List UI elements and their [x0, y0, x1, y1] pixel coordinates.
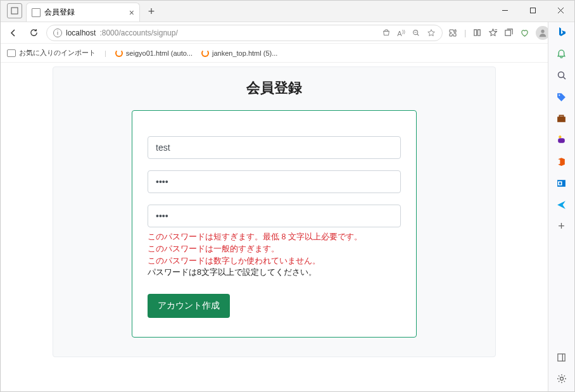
address-bar: i localhost:8000/accounts/signup/ A)) |	[1, 22, 574, 44]
maximize-button[interactable]	[519, 1, 547, 19]
svg-rect-10	[505, 30, 510, 35]
extensions-icon[interactable]	[448, 28, 458, 38]
url-host: localhost	[66, 28, 96, 37]
help-text: パスワードは8文字以上で設定してください。	[148, 267, 401, 279]
bookmark-label: janken_top.html (5)...	[212, 49, 277, 57]
svg-point-12	[558, 72, 564, 78]
zoom-icon[interactable]	[412, 28, 420, 37]
url-actions: A))	[382, 28, 436, 37]
outlook-icon[interactable]	[555, 177, 568, 189]
edge-sidebar: +	[548, 22, 574, 391]
new-tab-button[interactable]: +	[142, 3, 160, 20]
loading-icon	[201, 49, 209, 57]
signup-panel: 会員登録 このパスワードは短すぎます。最低 8 文字以上必要です。 このパスワー…	[53, 66, 496, 357]
password2-input[interactable]	[148, 205, 401, 227]
svg-line-13	[563, 77, 566, 80]
error-msg-2: このパスワードは数字しか使われていません。	[148, 255, 401, 267]
tab-list-button[interactable]	[7, 3, 22, 18]
site-info-icon[interactable]: i	[53, 28, 62, 37]
refresh-button[interactable]	[26, 25, 41, 41]
bookmark-item-0[interactable]: seigyo01.html (auto...	[115, 49, 193, 57]
password1-input[interactable]	[148, 170, 401, 193]
collections-icon[interactable]	[504, 28, 514, 37]
svg-point-21	[559, 182, 561, 184]
back-button[interactable]	[6, 25, 21, 41]
bookmark-item-1[interactable]: janken_top.html (5)...	[201, 49, 277, 57]
svg-rect-22	[558, 353, 565, 360]
send-icon[interactable]	[555, 198, 568, 211]
bell-icon[interactable]	[555, 47, 568, 60]
bing-icon[interactable]	[555, 26, 568, 39]
bookmark-label: seigyo01.html (auto...	[126, 49, 193, 57]
username-input[interactable]	[148, 136, 401, 159]
close-window-button[interactable]	[547, 1, 574, 19]
svg-point-11	[541, 29, 545, 32]
svg-rect-17	[558, 138, 565, 142]
shopping-icon[interactable]	[382, 28, 391, 37]
tab-title: 会員登録	[44, 7, 75, 18]
import-label: お気に入りのインポート	[19, 48, 96, 58]
health-icon[interactable]	[520, 28, 529, 37]
svg-line-6	[417, 34, 419, 35]
add-icon[interactable]: +	[555, 220, 568, 232]
page-title: 会員登録	[53, 67, 495, 110]
page-viewport: 会員登録 このパスワードは短すぎます。最低 8 文字以上必要です。 このパスワー…	[1, 63, 548, 391]
search-icon[interactable]	[555, 69, 568, 82]
games-icon[interactable]	[555, 134, 568, 146]
svg-point-14	[559, 94, 560, 96]
read-aloud-icon[interactable]: A))	[397, 28, 405, 37]
import-icon	[7, 49, 16, 57]
svg-rect-16	[559, 115, 563, 117]
bookmarks-bar: お気に入りのインポート | seigyo01.html (auto... jan…	[1, 44, 574, 63]
svg-point-18	[559, 136, 561, 138]
window-controls	[491, 1, 574, 19]
svg-point-24	[560, 377, 563, 381]
browser-tab[interactable]: 会員登録 ×	[26, 3, 140, 22]
error-msg-0: このパスワードは短すぎます。最低 8 文字以上必要です。	[148, 231, 401, 243]
url-input[interactable]: i localhost:8000/accounts/signup/ A))	[46, 25, 443, 41]
url-path: :8000/accounts/signup/	[99, 28, 177, 37]
browser-titlebar: 会員登録 × +	[1, 1, 574, 22]
svg-rect-0	[11, 8, 18, 14]
loading-icon	[115, 49, 123, 57]
tag-icon[interactable]	[555, 91, 568, 103]
reading-list-icon[interactable]	[472, 28, 482, 37]
favorites-icon[interactable]	[488, 28, 498, 37]
sidebar-toggle-icon[interactable]	[555, 351, 568, 364]
signup-form: このパスワードは短すぎます。最低 8 文字以上必要です。 このパスワードは一般的…	[132, 110, 417, 338]
briefcase-icon[interactable]	[555, 112, 568, 125]
svg-rect-15	[557, 117, 566, 122]
page-icon	[32, 8, 41, 17]
office-icon[interactable]	[555, 155, 568, 168]
settings-gear-icon[interactable]	[555, 372, 568, 385]
submit-button[interactable]: アカウント作成	[148, 294, 230, 318]
svg-rect-2	[530, 8, 535, 13]
import-favorites[interactable]: お気に入りのインポート	[7, 48, 96, 58]
error-msg-1: このパスワードは一般的すぎます。	[148, 243, 401, 255]
tab-close-button[interactable]: ×	[129, 8, 134, 18]
minimize-button[interactable]	[491, 1, 519, 19]
favorite-star-icon[interactable]	[427, 28, 436, 37]
